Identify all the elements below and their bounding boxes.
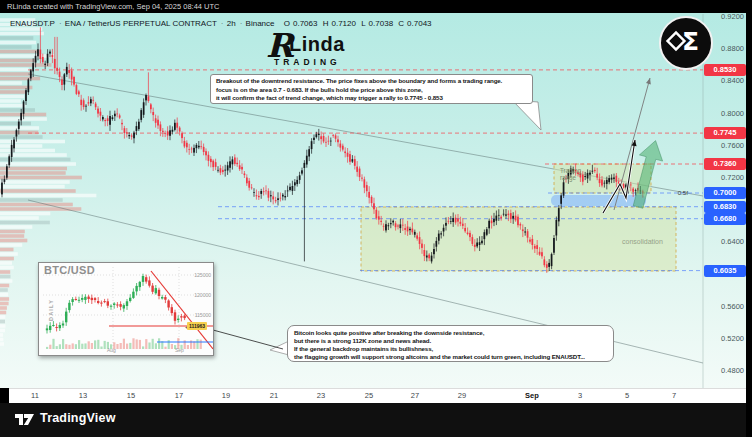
btc-time-tick: Aug bbox=[107, 347, 116, 353]
btc-price-badge: 111963 bbox=[187, 322, 207, 330]
sigma-logo-icon: Σ bbox=[661, 18, 707, 64]
legend-open-value: 0.7063 bbox=[293, 19, 317, 28]
legend-low-label: L bbox=[361, 19, 365, 28]
btc-price-tick: 115000 bbox=[181, 312, 211, 318]
legend-low-value: 0.7038 bbox=[369, 19, 393, 28]
consolidation-label: consolidation bbox=[622, 238, 663, 245]
tradingview-brand-link[interactable]: TradingView bbox=[40, 411, 116, 425]
btc-price-tick: 120000 bbox=[181, 292, 211, 298]
btc-inset-chart: + BTC/USD DAILY 125000120000115000AugSep… bbox=[38, 262, 214, 356]
legend-open-label: O bbox=[284, 19, 290, 28]
time-axis-corner bbox=[0, 388, 9, 403]
legend-close-label: C bbox=[398, 19, 404, 28]
legend-separator: · bbox=[221, 19, 224, 28]
legend-exchange: Binance bbox=[246, 19, 275, 28]
trading-range-label-line2: range bbox=[560, 174, 581, 181]
legend-separator: · bbox=[59, 19, 62, 28]
btc-downtrend-line bbox=[151, 271, 213, 349]
callout-bottom-line2: but there is a strong 112K zone and news… bbox=[294, 337, 607, 345]
callout-bottom-line3: If the general backdrop maintains its bu… bbox=[294, 345, 607, 353]
footer-bar: TradingView bbox=[0, 403, 752, 437]
svg-text:Σ: Σ bbox=[682, 27, 699, 56]
callout-bottom-line4: the flagging growth will support strong … bbox=[294, 353, 607, 361]
price-chart-canvas bbox=[0, 0, 752, 437]
tradingview-chart-screenshot: RLinda created with TradingView.com, Sep… bbox=[0, 0, 752, 437]
symbol-legend: ENAUSDT.P· ENA / TetherUS PERPETUAL CONT… bbox=[10, 19, 435, 28]
legend-high-label: H bbox=[323, 19, 329, 28]
analysis-callout-top: Breakout of the downtrend resistance. Th… bbox=[210, 74, 533, 104]
sigma-channel-logo: Σ bbox=[659, 16, 713, 70]
callout-top-line1: Breakout of the downtrend resistance. Th… bbox=[216, 77, 527, 86]
callout-top-line2: focus is on the area 0.7 - 0.683. If the… bbox=[216, 86, 527, 95]
btc-inset-title: BTC/USD bbox=[44, 264, 95, 276]
callout-top-tail bbox=[512, 100, 541, 130]
legend-high-value: 0.7120 bbox=[331, 19, 355, 28]
btc-time-tick: Sep bbox=[175, 347, 184, 353]
trading-range-label-line1: Trading bbox=[560, 167, 581, 174]
time-axis-strip bbox=[0, 388, 746, 404]
support-band bbox=[551, 195, 646, 206]
legend-description: ENA / TetherUS PERPETUAL CONTRACT bbox=[65, 19, 217, 28]
legend-separator: · bbox=[240, 19, 243, 28]
trading-range-label: Trading range bbox=[560, 167, 581, 181]
btc-price-tick: 125000 bbox=[181, 272, 211, 278]
callout-bottom-line1: Bitcoin looks quite positive after break… bbox=[294, 329, 607, 337]
legend-interval: 2h bbox=[227, 19, 236, 28]
inset-connector-line bbox=[213, 330, 283, 349]
right-edge-strip bbox=[746, 0, 752, 437]
fib-level-label: 0.5f bbox=[664, 189, 688, 196]
tradingview-logo-icon bbox=[14, 411, 36, 429]
callout-top-line3: it will confirm the fact of trend change… bbox=[216, 94, 527, 103]
legend-close-value: 0.7043 bbox=[407, 19, 431, 28]
btc-inset-interval: DAILY bbox=[48, 299, 54, 321]
analysis-callout-bottom: Bitcoin looks quite positive after break… bbox=[287, 325, 614, 362]
legend-symbol: ENAUSDT.P bbox=[10, 19, 55, 28]
